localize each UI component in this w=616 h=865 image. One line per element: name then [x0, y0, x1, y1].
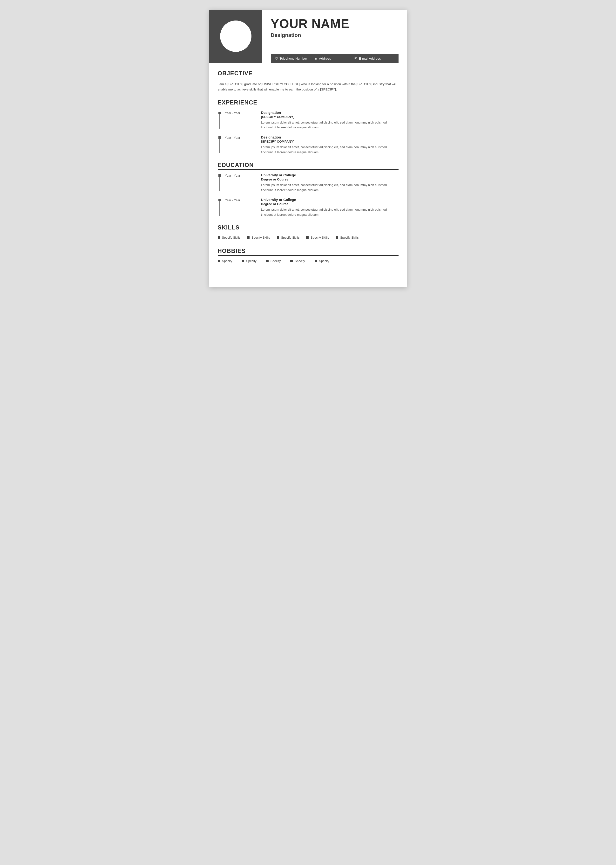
exp-2-right: Designation [SPECIFY COMPANY] Lorem ipsu… — [261, 136, 399, 155]
edu-2-vline — [219, 201, 220, 216]
location-icon: ◈ — [314, 57, 317, 60]
hobby-bullet-2 — [242, 260, 244, 262]
education-item-2: Year - Year University or College Degree… — [218, 198, 399, 217]
edu-2-right: University or College Degree or Course L… — [261, 198, 399, 217]
exp-2-role: Designation — [261, 136, 399, 139]
objective-text: I am a [SPECIFY] graduate of [UNIVERSITY… — [218, 82, 399, 92]
edu-2-year: Year - Year — [225, 198, 240, 202]
skill-item-4: Specify Skills — [306, 236, 329, 239]
exp-1-desc: Lorem ipsum dolor sit amet, consectetuer… — [261, 120, 399, 130]
exp-2-year: Year - Year — [225, 136, 240, 139]
phone-text: Telephone Number — [280, 57, 307, 60]
hobby-label-4: Specify — [295, 259, 305, 263]
edu-2-university: University or College — [261, 198, 399, 202]
skill-item-3: Specify Skills — [277, 236, 300, 239]
edu-1-year: Year - Year — [225, 173, 240, 177]
skill-item-5: Specify Skills — [336, 236, 359, 239]
exp-1-company: [SPECIFY COMPANY] — [261, 115, 399, 119]
exp-2-desc: Lorem ipsum dolor sit amet, consectetuer… — [261, 145, 399, 155]
hobbies-section: HOBBIES Specify Specify Specify Specify — [218, 247, 399, 264]
edu-2-left: Year - Year — [218, 198, 261, 217]
skill-bullet-2 — [247, 236, 250, 239]
skill-item-2: Specify Skills — [247, 236, 270, 239]
hobby-bullet-3 — [266, 260, 269, 262]
header-info-section: YOUR NAME Designation ✆ Telephone Number… — [262, 9, 407, 63]
skill-bullet-1 — [218, 236, 220, 239]
exp-1-right: Designation [SPECIFY COMPANY] Lorem ipsu… — [261, 111, 399, 130]
exp-1-vline — [219, 114, 220, 129]
edu-1-university: University or College — [261, 173, 399, 177]
skill-bullet-4 — [306, 236, 309, 239]
header-designation: Designation — [271, 32, 399, 38]
contact-email: ✉ E-mail Address — [354, 57, 394, 60]
objective-section: OBJECTIVE I am a [SPECIFY] graduate of [… — [218, 70, 399, 92]
hobby-item-1: Specify — [218, 259, 233, 263]
contact-address: ◈ Address — [314, 57, 354, 60]
address-text: Address — [319, 57, 331, 60]
skills-section: SKILLS Specify Skills Specify Skills Spe… — [218, 224, 399, 241]
hobby-item-4: Specify — [290, 259, 305, 263]
education-timeline: Year - Year University or College Degree… — [218, 173, 399, 217]
email-text: E-mail Address — [359, 57, 381, 60]
hobby-bullet-1 — [218, 260, 220, 262]
exp-2-dot — [218, 136, 221, 139]
skill-label-1: Specify Skills — [222, 236, 240, 239]
edu-1-left: Year - Year — [218, 173, 261, 193]
hobby-item-2: Specify — [242, 259, 256, 263]
exp-2-vline — [219, 139, 220, 153]
edu-1-degree: Degree or Course — [261, 178, 399, 181]
email-icon: ✉ — [354, 57, 357, 60]
hobby-item-5: Specify — [314, 259, 329, 263]
hobby-label-1: Specify — [222, 259, 233, 263]
hobby-bullet-4 — [290, 260, 293, 262]
skill-label-4: Specify Skills — [311, 236, 329, 239]
exp-2-left: Year - Year — [218, 136, 261, 155]
edu-2-line — [218, 198, 222, 216]
edu-1-desc: Lorem ipsum dolor sit amet, consectetuer… — [261, 183, 399, 193]
experience-section: EXPERIENCE Year - Year Designation [SPEC… — [218, 99, 399, 155]
main-content: OBJECTIVE I am a [SPECIFY] graduate of [… — [209, 63, 407, 278]
exp-2-company: [SPECIFY COMPANY] — [261, 140, 399, 143]
edu-2-degree: Degree or Course — [261, 202, 399, 206]
hobby-item-3: Specify — [266, 259, 281, 263]
skill-label-3: Specify Skills — [281, 236, 300, 239]
education-item-1: Year - Year University or College Degree… — [218, 173, 399, 193]
exp-1-year: Year - Year — [225, 111, 240, 115]
hobbies-list: Specify Specify Specify Specify Specify — [218, 259, 399, 264]
experience-timeline: Year - Year Designation [SPECIFY COMPANY… — [218, 111, 399, 155]
exp-2-line — [218, 136, 222, 153]
hobby-bullet-5 — [314, 260, 317, 262]
resume-header: YOUR NAME Designation ✆ Telephone Number… — [209, 9, 407, 63]
experience-item-2: Year - Year Designation [SPECIFY COMPANY… — [218, 136, 399, 155]
edu-2-dot — [218, 199, 221, 201]
skill-item-1: Specify Skills — [218, 236, 240, 239]
exp-1-line — [218, 111, 222, 129]
phone-icon: ✆ — [275, 57, 278, 60]
hobby-label-2: Specify — [246, 259, 256, 263]
contact-phone: ✆ Telephone Number — [275, 57, 315, 60]
hobbies-heading: HOBBIES — [218, 247, 399, 256]
hobby-label-5: Specify — [319, 259, 329, 263]
avatar — [220, 20, 251, 52]
objective-heading: OBJECTIVE — [218, 70, 399, 78]
exp-1-dot — [218, 112, 221, 114]
experience-item-1: Year - Year Designation [SPECIFY COMPANY… — [218, 111, 399, 130]
contact-bar: ✆ Telephone Number ◈ Address ✉ E-mail Ad… — [271, 54, 399, 63]
experience-heading: EXPERIENCE — [218, 99, 399, 107]
education-heading: EDUCATION — [218, 162, 399, 170]
resume-document: YOUR NAME Designation ✆ Telephone Number… — [209, 9, 407, 287]
hobby-label-3: Specify — [270, 259, 281, 263]
skill-label-5: Specify Skills — [340, 236, 359, 239]
exp-1-left: Year - Year — [218, 111, 261, 130]
edu-1-right: University or College Degree or Course L… — [261, 173, 399, 193]
skill-label-2: Specify Skills — [251, 236, 270, 239]
skills-list: Specify Skills Specify Skills Specify Sk… — [218, 236, 399, 241]
education-section: EDUCATION Year - Year University or Coll… — [218, 162, 399, 217]
skill-bullet-3 — [277, 236, 279, 239]
skill-bullet-5 — [336, 236, 338, 239]
edu-1-vline — [219, 176, 220, 191]
edu-2-desc: Lorem ipsum dolor sit amet, consectetuer… — [261, 207, 399, 217]
skills-heading: SKILLS — [218, 224, 399, 232]
edu-1-dot — [218, 174, 221, 176]
full-name: YOUR NAME — [271, 17, 399, 31]
